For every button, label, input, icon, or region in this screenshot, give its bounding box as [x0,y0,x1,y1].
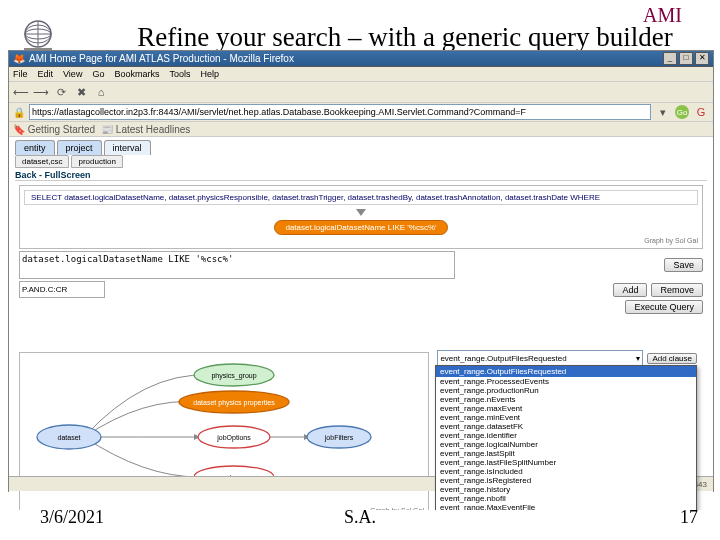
window-titlebar[interactable]: 🦊 AMI Home Page for AMI ATLAS Production… [9,51,713,67]
dropdown-option[interactable]: event_range.datasetFK [436,422,696,431]
tab-project[interactable]: project [57,140,102,155]
toolbar: ⟵ ⟶ ⟳ ✖ ⌂ [9,82,713,103]
dropdown-option[interactable]: event_range.OutputFilesRequested [436,366,696,377]
credit-text: Graph by Sol Gal [24,237,698,244]
dropdown-option[interactable]: event_range.logicalNumber [436,440,696,449]
dropdown-option[interactable]: event_range.lastFileSplitNumber [436,458,696,467]
where-chip[interactable]: dataset.logicalDatasetName LIKE '%csc%' [274,220,447,235]
execute-query-button[interactable]: Execute Query [625,300,703,314]
close-button[interactable]: ✕ [695,52,709,65]
add-clause-button[interactable]: Add clause [647,353,697,364]
chevron-down-icon: ▾ [636,354,640,363]
dropdown-option[interactable]: event_range.nEvents [436,395,696,404]
back-icon[interactable]: ⟵ [13,84,29,100]
menu-help[interactable]: Help [200,69,219,79]
forward-icon[interactable]: ⟶ [33,84,49,100]
minimize-button[interactable]: _ [663,52,677,65]
home-icon[interactable]: ⌂ [93,84,109,100]
clause-field-dropdown[interactable]: event_range.OutputFilesRequested event_r… [435,365,697,510]
menu-view[interactable]: View [63,69,82,79]
save-button[interactable]: Save [664,258,703,272]
svg-text:jobOptions: jobOptions [216,434,251,442]
svg-text:physics_group: physics_group [211,372,256,380]
dropdown-option[interactable]: event_range.minEvent [436,413,696,422]
breadcrumb[interactable]: Back - FullScreen [15,170,707,181]
dropdown-icon[interactable]: ▾ [655,104,671,120]
dropdown-option[interactable]: event_range.productionRun [436,386,696,395]
address-bar: 🔒 ▾ Go G [9,103,713,122]
bookmark-headlines[interactable]: 📰 Latest Headlines [101,124,190,135]
stop-icon[interactable]: ✖ [73,84,89,100]
bookmark-getting-started[interactable]: 🔖 Getting Started [13,124,95,135]
slide-title: Refine your search – with a generic quer… [100,22,710,53]
window-title: AMI Home Page for AMI ATLAS Production -… [29,53,294,64]
subtab-production[interactable]: production [71,155,122,168]
go-button[interactable]: Go [675,105,689,119]
param-input[interactable] [19,281,105,298]
svg-text:dataset: dataset [58,434,81,441]
search-engine-icon[interactable]: G [693,104,709,120]
sql-panel: SELECT dataset.logicalDatasetName, datas… [19,185,703,249]
dropdown-option[interactable]: event_range.identifier [436,431,696,440]
menu-bar: File Edit View Go Bookmarks Tools Help [9,67,713,82]
menu-go[interactable]: Go [92,69,104,79]
tab-entity[interactable]: entity [15,140,55,155]
reload-icon[interactable]: ⟳ [53,84,69,100]
lock-icon: 🔒 [13,107,25,118]
maximize-button[interactable]: □ [679,52,693,65]
arrow-down-icon [356,209,366,216]
dropdown-option[interactable]: event_range.isRegistered [436,476,696,485]
footer-author: S.A. [0,507,720,528]
tab-interval[interactable]: interval [104,140,151,155]
where-textarea[interactable]: dataset.logicalDatasetName LIKE '%csc%' [19,251,455,279]
menu-edit[interactable]: Edit [38,69,54,79]
dropdown-option[interactable]: event_range.isIncluded [436,467,696,476]
dropdown-option[interactable]: event_range.ProcessedEvents [436,377,696,386]
bookmarks-bar: 🔖 Getting Started 📰 Latest Headlines [9,122,713,137]
browser-window: 🦊 AMI Home Page for AMI ATLAS Production… [8,50,714,492]
dropdown-option[interactable]: event_range.history [436,485,696,494]
firefox-icon: 🦊 [13,53,25,64]
subtab-dataset[interactable]: dataset,csc [15,155,69,168]
sql-select-clause: SELECT dataset.logicalDatasetName, datas… [24,190,698,205]
svg-text:jobFilters: jobFilters [324,434,354,442]
clause-field-select[interactable]: event_range.OutputFilesRequested▾ [437,350,643,366]
dropdown-option[interactable]: event_range.nbofil [436,494,696,503]
dropdown-option[interactable]: event_range.lastSplit [436,449,696,458]
dropdown-option[interactable]: event_range.MaxEventFile [436,503,696,510]
remove-button[interactable]: Remove [651,283,703,297]
menu-file[interactable]: File [13,69,28,79]
dropdown-option[interactable]: event_range.maxEvent [436,404,696,413]
add-button[interactable]: Add [613,283,647,297]
url-input[interactable] [29,104,651,120]
footer-page-number: 17 [680,507,698,528]
page-content: entity project interval dataset,csc prod… [9,137,713,510]
svg-text:dataset physics properties: dataset physics properties [193,399,275,407]
menu-bookmarks[interactable]: Bookmarks [114,69,159,79]
menu-tools[interactable]: Tools [169,69,190,79]
